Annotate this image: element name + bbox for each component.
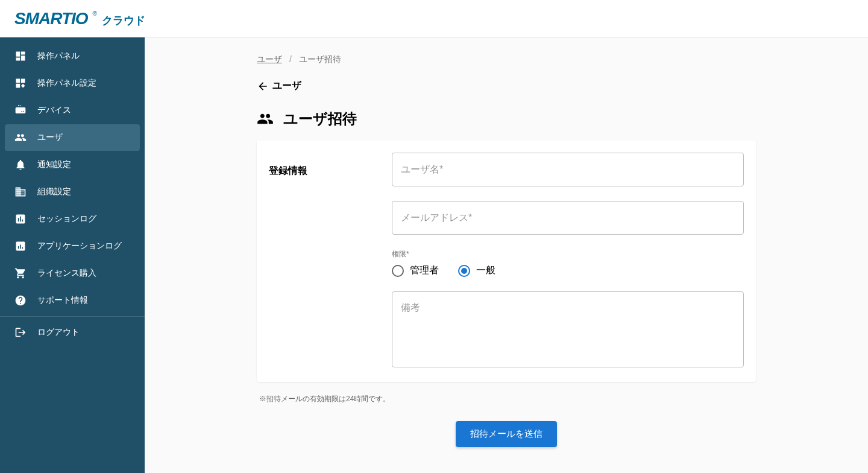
breadcrumb-parent[interactable]: ユーザ xyxy=(257,54,282,64)
main-content: ユーザ / ユーザ招待 ユーザ ユーザ招待 登録情報 xyxy=(145,37,868,473)
radio-circle-checked-icon xyxy=(458,265,470,277)
back-link[interactable]: ユーザ xyxy=(257,80,756,92)
email-input[interactable] xyxy=(392,201,744,235)
sidebar-item-label: 組織設定 xyxy=(37,186,71,197)
sidebar-item-label: 通知設定 xyxy=(37,159,71,170)
app-header: SMARTIO® クラウド xyxy=(0,0,868,37)
sidebar-item-label: 操作パネル設定 xyxy=(37,78,96,89)
logo-subtitle: クラウド xyxy=(102,13,145,28)
submit-button[interactable]: 招待メールを送信 xyxy=(456,421,557,447)
help-icon xyxy=(14,294,27,306)
radio-admin[interactable]: 管理者 xyxy=(392,264,439,277)
app-logo: SMARTIO® クラウド xyxy=(14,9,145,28)
router-icon xyxy=(14,104,27,116)
insert-chart-icon xyxy=(14,240,27,252)
sidebar-item-devices[interactable]: デバイス xyxy=(5,97,140,124)
back-label: ユーザ xyxy=(272,80,301,92)
page-title-text: ユーザ招待 xyxy=(283,109,357,129)
sidebar-item-support[interactable]: サポート情報 xyxy=(5,287,140,314)
sidebar-item-label: デバイス xyxy=(37,105,71,116)
breadcrumb-current: ユーザ招待 xyxy=(299,54,341,64)
radio-label: 一般 xyxy=(476,264,495,277)
sidebar-item-organization[interactable]: 組織設定 xyxy=(5,179,140,205)
sidebar-item-label: ログアウト xyxy=(37,327,80,338)
widgets-icon xyxy=(14,77,27,89)
dashboard-icon xyxy=(14,50,27,62)
shopping-cart-icon xyxy=(14,267,27,279)
bar-chart-icon xyxy=(14,213,27,225)
breadcrumb: ユーザ / ユーザ招待 xyxy=(257,54,756,65)
people-icon xyxy=(14,132,27,144)
sidebar-item-dashboard[interactable]: 操作パネル xyxy=(5,43,140,69)
sidebar-item-dashboard-settings[interactable]: 操作パネル設定 xyxy=(5,70,140,97)
sidebar: 操作パネル 操作パネル設定 デバイス ユーザ 通知設定 xyxy=(0,37,145,473)
radio-general[interactable]: 一般 xyxy=(458,264,495,277)
bell-icon xyxy=(14,159,27,171)
sidebar-item-license[interactable]: ライセンス購入 xyxy=(5,260,140,287)
sidebar-item-label: サポート情報 xyxy=(37,295,88,306)
role-radio-group: 管理者 一般 xyxy=(392,264,744,277)
sidebar-divider xyxy=(0,316,145,317)
sidebar-item-label: ユーザ xyxy=(37,132,63,143)
section-label: 登録情報 xyxy=(269,153,377,370)
sidebar-item-label: ライセンス購入 xyxy=(37,268,96,279)
form-note: ※招待メールの有効期限は24時間です。 xyxy=(259,394,756,404)
breadcrumb-separator: / xyxy=(289,54,292,64)
radio-label: 管理者 xyxy=(410,264,439,277)
building-icon xyxy=(14,186,27,198)
radio-circle-icon xyxy=(392,265,404,277)
sidebar-item-logout[interactable]: ログアウト xyxy=(5,319,140,346)
sidebar-item-label: 操作パネル xyxy=(37,51,80,62)
username-input[interactable] xyxy=(392,153,744,186)
logo-main: SMARTIO xyxy=(14,9,88,28)
logo-registered: ® xyxy=(93,10,97,17)
page-title: ユーザ招待 xyxy=(257,109,756,129)
arrow-left-icon xyxy=(257,80,269,92)
logout-icon xyxy=(14,326,27,338)
sidebar-item-session-log[interactable]: セッションログ xyxy=(5,206,140,232)
sidebar-item-label: アプリケーションログ xyxy=(37,241,122,252)
form-card: 登録情報 権限* 管理者 一般 xyxy=(257,141,756,382)
remarks-input[interactable] xyxy=(392,291,744,367)
role-label: 権限* xyxy=(392,249,744,259)
sidebar-item-notifications[interactable]: 通知設定 xyxy=(5,151,140,178)
sidebar-item-label: セッションログ xyxy=(37,214,96,224)
sidebar-item-application-log[interactable]: アプリケーションログ xyxy=(5,233,140,259)
people-icon xyxy=(257,110,274,127)
sidebar-item-users[interactable]: ユーザ xyxy=(5,124,140,151)
